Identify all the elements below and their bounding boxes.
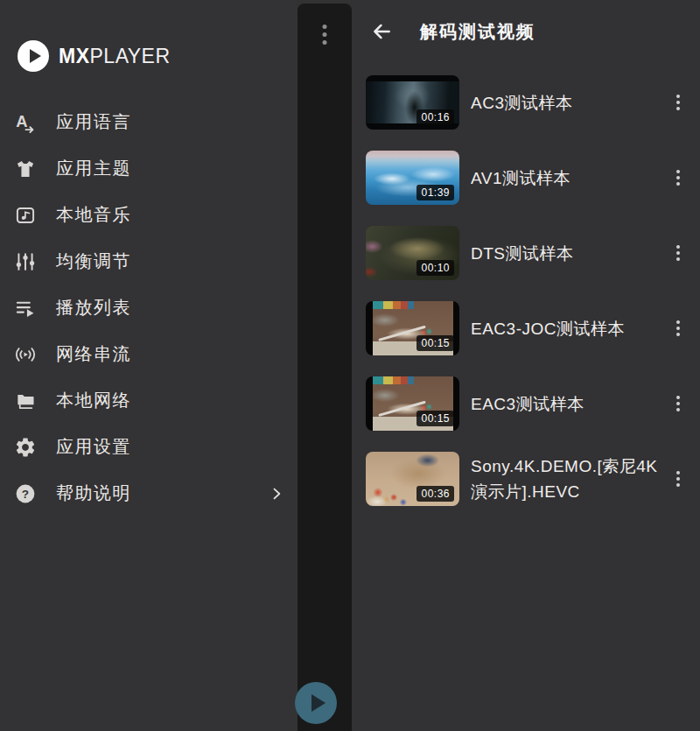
video-more-options-button[interactable]: [667, 309, 690, 348]
tshirt-icon: [14, 158, 37, 180]
broadcast-stream-icon: [14, 343, 37, 366]
playlist-icon: [14, 297, 37, 320]
sidebar-item-label: 应用主题: [56, 157, 131, 180]
duration-badge: 01:39: [416, 185, 454, 200]
translate-icon: A: [14, 111, 37, 134]
more-vert-icon: [676, 402, 680, 405]
video-more-options-button[interactable]: [667, 158, 690, 197]
sidebar-item-label: 应用设置: [56, 435, 131, 459]
play-fab-button[interactable]: [295, 682, 337, 724]
video-row-eac3[interactable]: 00:15 EAC3测试样本: [352, 366, 700, 441]
chevron-right-icon: [268, 485, 285, 503]
more-vert-icon: [323, 40, 327, 45]
network-folder-icon: [14, 390, 37, 412]
video-thumbnail: 00:16: [366, 75, 459, 130]
more-vert-icon: [676, 477, 680, 481]
duration-badge: 00:36: [416, 486, 454, 502]
video-more-options-button[interactable]: [667, 460, 690, 498]
video-thumbnail: 00:15: [366, 376, 459, 431]
sidebar-item-local-network[interactable]: 本地网络: [0, 377, 298, 424]
more-vert-icon: [676, 251, 680, 255]
video-row-dts[interactable]: 00:10 DTS测试样本: [352, 215, 700, 291]
sidebar-item-app-theme[interactable]: 应用主题: [0, 145, 298, 192]
sidebar-item-playlist[interactable]: 播放列表: [0, 285, 298, 331]
sidebar-item-equalizer[interactable]: 均衡调节: [0, 238, 298, 285]
more-vert-icon: [676, 101, 680, 104]
more-vert-icon: [676, 408, 680, 411]
more-vert-icon: [676, 396, 680, 399]
more-vert-icon: [676, 471, 680, 474]
video-thumbnail: 00:36: [366, 452, 459, 506]
play-logo-icon: [18, 40, 49, 72]
video-row-av1[interactable]: 01:39 AV1测试样本: [352, 140, 700, 215]
arrow-left-icon: [370, 20, 393, 43]
more-vert-icon: [323, 32, 327, 37]
duration-badge: 00:16: [416, 109, 454, 125]
more-vert-icon: [676, 107, 680, 110]
sidebar-item-app-settings[interactable]: 应用设置: [0, 424, 298, 470]
video-title: EAC3-JOC测试样本: [471, 316, 667, 341]
video-thumbnail: 01:39: [366, 151, 459, 205]
more-vert-icon: [676, 245, 680, 249]
more-vert-icon: [676, 327, 680, 330]
svg-text:A: A: [16, 112, 27, 130]
more-vert-icon: [676, 176, 680, 179]
video-title: AV1测试样本: [471, 165, 667, 191]
video-row-eac3-joc[interactable]: 00:15 EAC3-JOC测试样本: [352, 291, 700, 366]
music-folder-icon: [14, 204, 37, 227]
help-icon: ?: [14, 482, 37, 505]
app-root: MXPLAYER A 应用语言 应用主题: [0, 0, 700, 731]
back-button[interactable]: [368, 18, 396, 46]
duration-badge: 00:15: [416, 411, 454, 426]
video-title: Sony.4K.DEMO.[索尼4K演示片].HEVC: [471, 453, 667, 504]
play-icon: [312, 694, 326, 712]
video-row-sony-4k[interactable]: 00:36 Sony.4K.DEMO.[索尼4K演示片].HEVC: [352, 441, 700, 517]
brand-bold: MX: [59, 45, 90, 67]
video-thumbnail: 00:15: [366, 301, 459, 355]
svg-text:?: ?: [22, 487, 29, 500]
more-vert-icon: [676, 483, 680, 487]
drawer-menu: A 应用语言 应用主题 本地音乐: [0, 99, 298, 517]
sidebar-item-network-stream[interactable]: 网络串流: [0, 331, 298, 377]
sidebar-item-label: 应用语言: [56, 110, 131, 134]
sidebar-item-label: 均衡调节: [56, 250, 131, 273]
video-title: EAC3测试样本: [471, 391, 667, 417]
mx-player-logo: MXPLAYER: [18, 40, 298, 72]
video-row-ac3[interactable]: 00:16 AC3测试样本: [352, 65, 700, 140]
sidebar-item-label: 播放列表: [56, 296, 131, 320]
sidebar-item-label: 本地网络: [56, 389, 131, 412]
equalizer-sliders-icon: [14, 250, 37, 273]
more-vert-icon: [676, 257, 680, 261]
content-panel: 解码测试视频 00:16 AC3测试样本 01:39 AV1测试样本: [352, 0, 700, 731]
video-more-options-button[interactable]: [667, 384, 690, 423]
sidebar-item-local-music[interactable]: 本地音乐: [0, 192, 298, 238]
video-thumbnail: 00:10: [366, 226, 459, 280]
play-triangle-icon: [30, 49, 41, 63]
sidebar-item-label: 帮助说明: [56, 481, 131, 505]
duration-badge: 00:10: [416, 260, 454, 276]
video-title: DTS测试样本: [471, 241, 667, 266]
app-bar: 解码测试视频: [352, 0, 700, 63]
brand-text: MXPLAYER: [59, 45, 171, 68]
video-more-options-button[interactable]: [667, 83, 690, 122]
video-title: AC3测试样本: [471, 90, 667, 116]
more-vert-icon: [323, 25, 327, 29]
sidebar-item-label: 网络串流: [56, 342, 131, 366]
video-more-options-button[interactable]: [667, 234, 690, 272]
brand-light: PLAYER: [90, 45, 171, 67]
settings-gear-icon: [14, 436, 37, 459]
more-vert-icon: [676, 333, 680, 336]
duration-badge: 00:15: [416, 335, 454, 351]
video-list: 00:16 AC3测试样本 01:39 AV1测试样本: [352, 63, 700, 517]
overflow-menu-button[interactable]: [319, 21, 331, 48]
navigation-drawer: MXPLAYER A 应用语言 应用主题: [0, 0, 298, 731]
more-vert-icon: [676, 320, 680, 324]
sidebar-item-label: 本地音乐: [56, 203, 131, 227]
sidebar-item-app-language[interactable]: A 应用语言: [0, 99, 298, 145]
sidebar-item-help[interactable]: ? 帮助说明: [0, 470, 298, 517]
page-title: 解码测试视频: [420, 20, 536, 44]
more-vert-icon: [676, 170, 680, 173]
divider-strip: [298, 4, 352, 731]
more-vert-icon: [676, 95, 680, 98]
more-vert-icon: [676, 182, 680, 186]
